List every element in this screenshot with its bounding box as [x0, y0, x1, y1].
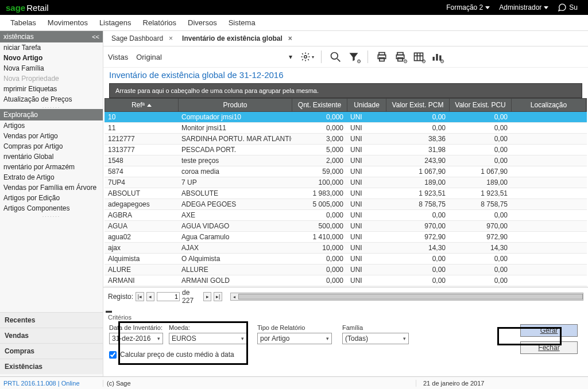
criteria-panel: Data de Inventário: 31-dez-2016▾ Moeda: … [103, 321, 588, 364]
tipo-select[interactable]: por Artigo▾ [257, 333, 332, 344]
section-recentes[interactable]: Recentes [0, 312, 103, 328]
top-formacao[interactable]: Formação 2 [446, 3, 490, 11]
sidebar-item[interactable]: Artigos Componentes [0, 203, 103, 213]
menu-diversos[interactable]: Diversos [182, 16, 223, 29]
filter-icon[interactable]: ⚙ [347, 50, 361, 64]
table-row[interactable]: 10Computador jmsi100,000UNI0,000,00 [105, 112, 587, 123]
print-settings-icon[interactable]: ⚙ [393, 50, 407, 64]
menu-movimentos[interactable]: Movimentos [42, 16, 94, 29]
grid: Refª Produto Qnt. Existente Unidade Valo… [105, 98, 587, 286]
scroll-thumb[interactable] [238, 294, 583, 299]
collapse-icon[interactable]: << [92, 33, 99, 40]
calcular-checkbox-row[interactable]: Calcular preço de custo médio à data [109, 351, 247, 359]
table-row[interactable]: 7UP47 UP100,000UNI189,00189,00 [105, 177, 587, 188]
close-icon[interactable]: × [288, 34, 292, 42]
top-su-label: Su [569, 3, 578, 11]
first-page-button[interactable]: |◂ [136, 292, 144, 301]
section-vendas[interactable]: Vendas [0, 328, 103, 343]
pager-total: de 227 [182, 289, 201, 305]
panel-expl-label: Exploração [3, 111, 38, 119]
table-row[interactable]: ARMANIARMANI GOLD0,000UNI0,000,00 [105, 275, 587, 286]
criteria-label: Critérios [103, 314, 588, 321]
sidebar-item[interactable]: Nova Propriedade [0, 73, 103, 84]
sidebar-item[interactable]: nventário por Armazém [0, 162, 103, 172]
table-row[interactable]: ABSOLUTABSOLUTE1 983,000UNI1 923,511 923… [105, 188, 587, 199]
last-page-button[interactable]: ▸| [214, 292, 222, 301]
panel-header-exploracao[interactable]: Exploração [0, 109, 103, 120]
top-chat[interactable]: Su [558, 3, 578, 12]
pager: Registo: |◂ ◂ de 227 ▸ ▸| ◂ [103, 287, 588, 305]
table-row[interactable]: 5874coroa media59,000UNI1 067,901 067,90 [105, 166, 587, 177]
vistas-select[interactable]: Original [135, 52, 284, 63]
calcular-checkbox[interactable] [109, 351, 117, 359]
table-row[interactable]: adegapegoesADEGA PEGOES5 005,000UNI8 758… [105, 199, 587, 210]
table-row[interactable]: AGBRAAXE0,000UNI0,000,00 [105, 210, 587, 221]
scroll-left-icon[interactable]: ◂ [231, 293, 238, 300]
sidebar-item[interactable]: Atualização de Preços [0, 94, 103, 104]
page-input[interactable] [157, 292, 180, 301]
sidebar-item[interactable]: Extrato de Artigo [0, 172, 103, 182]
col-ref[interactable]: Refª [105, 99, 179, 111]
sidebar-item[interactable]: Novo Artigo [0, 53, 103, 63]
col-unidade[interactable]: Unidade [347, 99, 386, 111]
next-page-button[interactable]: ▸ [203, 292, 212, 301]
topbar: sageRetail Formação 2 Administrador Su [0, 0, 588, 15]
table-row[interactable]: ALUREALLURE0,000UNI0,000,00 [105, 264, 587, 275]
col-pcu[interactable]: Valor Exist. PCU [450, 99, 512, 111]
col-produto[interactable]: Produto [179, 99, 292, 111]
sidebar-item[interactable]: Nova Família [0, 63, 103, 73]
sidebar-item[interactable]: Artigos [0, 120, 103, 131]
group-hint[interactable]: Arraste para aqui o cabeçalho de uma col… [109, 83, 582, 98]
table-row[interactable]: 11Monitor jmsi110,000UNI0,000,00 [105, 123, 587, 134]
table-row[interactable]: 1313777PESCADA PORT.5,000UNI31,980,00 [105, 145, 587, 155]
caret-down-icon [544, 6, 548, 9]
gerar-button[interactable]: Gerar [520, 324, 578, 337]
sidebar-item[interactable]: nventário Global [0, 151, 103, 162]
close-icon[interactable]: × [169, 34, 173, 42]
col-localizacao[interactable]: Localização [512, 99, 586, 111]
menu-listagens[interactable]: Listagens [94, 16, 137, 29]
menu-tabelas[interactable]: Tabelas [5, 16, 42, 29]
table-row[interactable]: AGUAAGUA VIDAGO500,000UNI970,00970,00 [105, 221, 587, 232]
menu-sistema[interactable]: Sistema [223, 16, 261, 29]
sidebar-item[interactable]: Vendas por Família em Árvore [0, 182, 103, 193]
fechar-button[interactable]: Fechar [520, 341, 578, 354]
print-icon[interactable] [375, 50, 389, 64]
collapse-toggle[interactable]: ▬ [103, 307, 588, 314]
table-row[interactable]: 1212777SARDINHA PORTU. MAR ATLANTIC3,000… [105, 134, 587, 145]
section-existências[interactable]: Existências [0, 359, 103, 374]
col-pcm[interactable]: Valor Exist. PCM [386, 99, 450, 111]
horizontal-scrollbar[interactable]: ◂ [230, 293, 583, 301]
tab[interactable]: Sage Dashboard× [108, 33, 176, 44]
sidebar-item[interactable]: Artigos por Edição [0, 193, 103, 203]
gear-icon[interactable]: ▾ [300, 50, 314, 64]
sidebar-item[interactable]: niciar Tarefa [0, 42, 103, 53]
brand: sageRetail [6, 3, 49, 13]
date-select[interactable]: 31-dez-2016▾ [109, 333, 163, 344]
table-settings-icon[interactable]: ⚙ [412, 50, 425, 64]
top-formacao-label: Formação 2 [446, 3, 483, 11]
moeda-select[interactable]: EUROS▾ [169, 333, 247, 344]
status-version[interactable]: PRTL 2016.11.008 | Online [0, 380, 103, 387]
table-row[interactable]: 1548teste preços2,000UNI243,900,00 [105, 155, 587, 166]
table-row[interactable]: ajaxAJAX10,000UNI14,3014,30 [105, 243, 587, 254]
col-qnt[interactable]: Qnt. Existente [292, 99, 347, 111]
caret-down-icon[interactable]: ▾ [289, 53, 292, 61]
caret-down-icon [485, 6, 490, 9]
table-row[interactable]: agua02Agua Caramulo1 410,000UNI972,90972… [105, 232, 587, 243]
tab[interactable]: Inventário de existência global× [179, 33, 296, 44]
search-icon[interactable] [328, 50, 342, 64]
prev-page-button[interactable]: ◂ [146, 292, 155, 301]
table-row[interactable]: AlquimistaO Alquimista0,000UNI0,000,00 [105, 254, 587, 264]
sidebar-item[interactable]: Vendas por Artigo [0, 131, 103, 141]
sidebar-item[interactable]: Compras por Artigo [0, 141, 103, 151]
menu-relatórios[interactable]: Relatórios [137, 16, 183, 29]
status-date: 21 de janeiro de 2017 [416, 380, 588, 387]
top-admin[interactable]: Administrador [499, 3, 548, 11]
chart-icon[interactable]: ⚙ [430, 50, 444, 64]
familia-select[interactable]: (Todas)▾ [342, 333, 409, 344]
sidebar-item[interactable]: mprimir Etiquetas [0, 84, 103, 94]
dropdown-icon: ▾ [157, 336, 160, 341]
panel-header-existencias[interactable]: xistências << [0, 31, 103, 42]
section-compras[interactable]: Compras [0, 343, 103, 359]
